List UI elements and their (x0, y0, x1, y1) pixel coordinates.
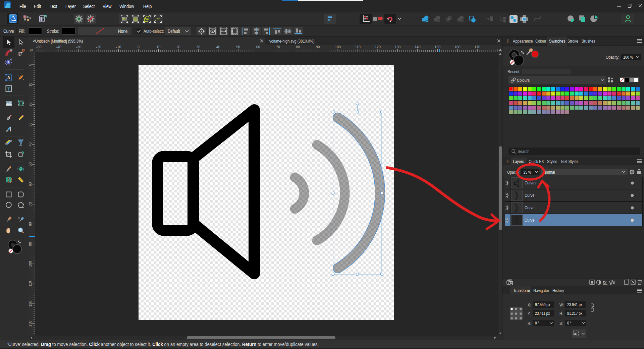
svg-text:70: 70 (29, 202, 32, 206)
svg-text:fx: fx (603, 280, 607, 285)
svg-text:110: 110 (29, 281, 32, 287)
svg-text:-50: -50 (36, 45, 41, 49)
svg-text:0: 0 (138, 45, 140, 49)
svg-text:130: 130 (29, 321, 32, 327)
svg-text:20: 20 (29, 103, 32, 107)
svg-text:-10: -10 (116, 45, 121, 49)
svg-text:50: 50 (29, 162, 32, 166)
svg-text:60: 60 (256, 45, 260, 49)
svg-text:-20: -20 (96, 45, 101, 49)
svg-text:60: 60 (29, 182, 32, 186)
svg-text:100: 100 (29, 261, 32, 267)
svg-text:160: 160 (454, 45, 461, 49)
svg-text:30: 30 (29, 122, 32, 126)
svg-text:110: 110 (355, 45, 361, 49)
svg-text:120: 120 (29, 301, 32, 307)
svg-text:130: 130 (395, 45, 401, 49)
svg-text:-30: -30 (76, 45, 81, 49)
svg-text:10: 10 (157, 45, 161, 49)
svg-text:20: 20 (176, 45, 180, 49)
svg-text:80: 80 (296, 45, 300, 49)
svg-text:0: 0 (29, 64, 32, 66)
svg-text:-40: -40 (56, 45, 61, 49)
svg-text:30: 30 (196, 45, 200, 49)
svg-text:150: 150 (435, 45, 441, 49)
svg-text:140: 140 (415, 45, 421, 49)
svg-text:80: 80 (29, 222, 32, 226)
svg-text:40: 40 (216, 45, 220, 49)
svg-text:10: 10 (29, 82, 32, 86)
svg-text:170: 170 (474, 45, 480, 49)
svg-text:70: 70 (276, 45, 280, 49)
svg-text:90: 90 (316, 45, 320, 49)
svg-text:T: T (7, 86, 10, 92)
svg-text:A: A (7, 75, 10, 80)
svg-text:100: 100 (335, 45, 341, 49)
svg-text:120: 120 (375, 45, 381, 49)
svg-text:50: 50 (236, 45, 240, 49)
svg-text:40: 40 (29, 142, 32, 147)
svg-text:90: 90 (29, 242, 32, 246)
